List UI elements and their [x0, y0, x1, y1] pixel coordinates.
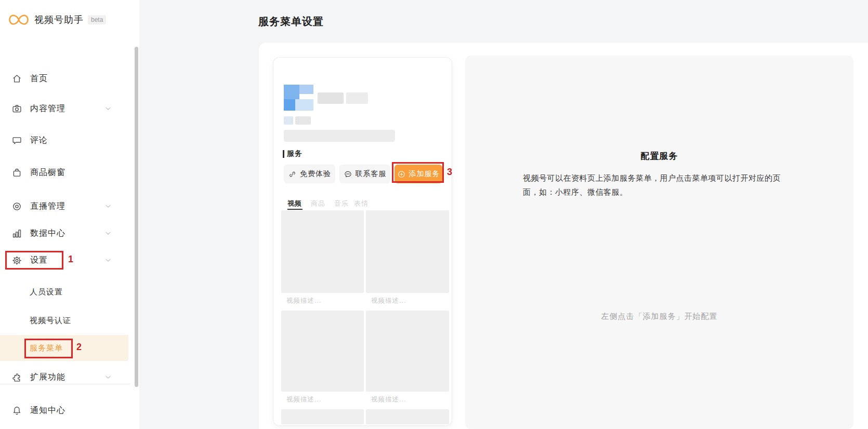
section-bar [283, 150, 284, 158]
free-trial-label: 免费体验 [300, 169, 331, 179]
gear-icon [11, 255, 22, 266]
app-title: 视频号助手 [34, 14, 84, 26]
bell-icon [11, 405, 22, 416]
sidebar-subitem-label: 视频号认证 [30, 316, 71, 326]
sidebar-item-extensions[interactable]: 扩展功能 [0, 367, 128, 387]
sidebar-subitem-label: 服务菜单 [30, 343, 63, 353]
beta-badge: beta [88, 15, 106, 24]
sidebar: 视频号助手 beta 首页 内容管理 评论 [0, 0, 139, 429]
logo-row: 视频号助手 beta [7, 8, 106, 31]
blurred-account-name [318, 92, 344, 104]
plus-circle-icon [397, 170, 406, 179]
blurred-meta [284, 116, 293, 125]
chevron-down-icon [104, 104, 112, 113]
video-placeholder-tile [366, 409, 449, 424]
app-window: 视频号助手 beta 首页 内容管理 评论 [0, 0, 868, 429]
sidebar-item-label: 直播管理 [30, 201, 65, 212]
phone-preview-card: 服务 免费体验 联系客服 添加服务 视频 商品 音乐 表情 [273, 57, 452, 426]
puzzle-icon [11, 372, 22, 383]
blurred-meta-2 [295, 116, 311, 125]
channels-butterfly-logo-icon [7, 12, 30, 28]
sidebar-subitem-channel-verification[interactable]: 视频号认证 [0, 310, 128, 331]
add-service-button[interactable]: 添加服务 [394, 165, 442, 183]
video-caption: 视频描述... [286, 297, 321, 305]
sidebar-subitem-service-menu[interactable]: 服务菜单 [0, 338, 128, 358]
sidebar-item-label: 扩展功能 [30, 372, 65, 383]
video-placeholder-tile [281, 311, 364, 392]
video-caption: 视频描述... [371, 297, 406, 305]
blurred-account-name-2 [346, 92, 368, 104]
tab-stickers[interactable]: 表情 [354, 199, 369, 208]
sidebar-item-home[interactable]: 首页 [0, 68, 128, 89]
free-trial-button[interactable]: 免费体验 [284, 165, 335, 183]
tab-music[interactable]: 音乐 [334, 199, 349, 208]
sidebar-scrollbar[interactable] [135, 47, 138, 387]
sidebar-subitem-staff-settings[interactable]: 人员设置 [0, 281, 128, 302]
sidebar-item-content[interactable]: 内容管理 [0, 98, 128, 119]
chat-dots-icon [344, 170, 352, 179]
bar-chart-icon [11, 228, 22, 239]
sidebar-item-settings[interactable]: 设置 [0, 250, 128, 271]
video-caption: 视频描述... [286, 395, 321, 404]
comment-icon [11, 135, 22, 146]
sidebar-item-live[interactable]: 直播管理 [0, 196, 128, 217]
video-placeholder-tile [281, 210, 364, 293]
sidebar-item-label: 评论 [30, 135, 48, 146]
sidebar-item-product-showcase[interactable]: 商品橱窗 [0, 162, 128, 183]
contact-support-label: 联系客服 [356, 169, 387, 179]
live-icon [11, 201, 22, 212]
video-caption: 视频描述... [371, 395, 406, 404]
chevron-down-icon [104, 256, 112, 264]
avatar [284, 85, 313, 111]
content-container: 服务 免费体验 联系客服 添加服务 视频 商品 音乐 表情 [259, 43, 868, 429]
service-section-header: 服务 [283, 149, 303, 158]
page-title: 服务菜单设置 [258, 15, 324, 29]
service-section-label: 服务 [287, 149, 303, 158]
annotation-number-3: 3 [447, 167, 452, 178]
chevron-down-icon [104, 229, 112, 237]
chevron-down-icon [104, 373, 112, 381]
sidebar-item-label: 数据中心 [30, 228, 65, 239]
video-placeholder-tile [366, 311, 449, 392]
video-placeholder-tile [366, 210, 449, 293]
camera-icon [11, 103, 22, 114]
config-panel-title: 配置服务 [465, 150, 853, 162]
video-placeholder-tile [281, 409, 364, 424]
chevron-down-icon [104, 202, 112, 210]
active-tab-underline [287, 209, 303, 210]
sidebar-subitem-label: 人员设置 [30, 287, 63, 297]
tab-videos[interactable]: 视频 [287, 199, 302, 208]
sidebar-item-label: 通知中心 [30, 405, 65, 416]
config-panel-hint: 左侧点击「添加服务」开始配置 [465, 312, 853, 321]
config-panel: 配置服务 视频号可以在资料页上添加服务菜单，用户点击菜单项可以打开对应的页面，如… [465, 56, 853, 429]
config-panel-description: 视频号可以在资料页上添加服务菜单，用户点击菜单项可以打开对应的页面，如：小程序、… [523, 171, 796, 199]
sidebar-item-label: 首页 [30, 73, 48, 84]
sidebar-item-notification-center[interactable]: 通知中心 [0, 400, 128, 421]
tab-products[interactable]: 商品 [311, 199, 325, 208]
sidebar-item-label: 设置 [30, 255, 48, 266]
link-icon [288, 170, 297, 179]
shopping-bag-icon [11, 167, 22, 178]
annotation-number-2: 2 [76, 342, 82, 353]
blurred-signature [284, 130, 395, 142]
sidebar-item-label: 商品橱窗 [30, 167, 65, 178]
sidebar-item-label: 内容管理 [30, 103, 65, 114]
add-service-label: 添加服务 [409, 169, 440, 179]
sidebar-item-comments[interactable]: 评论 [0, 130, 128, 151]
contact-support-button[interactable]: 联系客服 [339, 165, 390, 183]
sidebar-item-data-center[interactable]: 数据中心 [0, 223, 128, 244]
annotation-number-1: 1 [68, 254, 73, 265]
sidebar-divider [0, 384, 130, 384]
phone-tabs: 视频 商品 音乐 表情 [273, 199, 452, 210]
home-icon [11, 73, 22, 84]
